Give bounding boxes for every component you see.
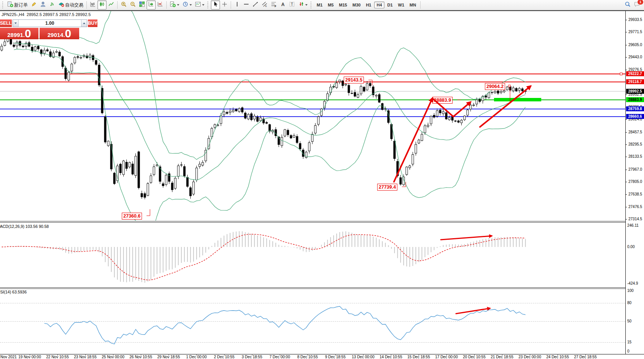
price-annotation[interactable]: 29143.5 [344,77,364,83]
macd-panel[interactable] [0,223,625,287]
periods-button[interactable] [181,0,193,10]
price-badge: 28759.8 [626,106,644,111]
buy-price-main: 29014 [48,31,64,39]
macd-label: MACD(12,26,9) 103.56 90.58 [0,224,49,229]
price-badge: 29222.7 [626,71,644,76]
volume-increase-button[interactable] [81,20,87,27]
auto-trading-button[interactable]: 自动交易 [57,0,85,10]
timeframe-m1[interactable]: M1 [314,2,325,8]
y-axis-tickmark [625,70,627,70]
rsi-level-line [0,342,625,343]
styler-icon [31,1,37,9]
buy-button[interactable]: BUY [88,19,97,27]
line-chart-icon [108,1,114,9]
x-axis-label: Nov 2021 [0,355,17,359]
rsi-axis-label: 15 [627,340,631,344]
y-axis-tickmark [625,144,627,145]
support-zone-bar[interactable] [494,98,541,101]
toolbar-drag-handle[interactable] [207,2,209,8]
level-line[interactable] [0,109,625,109]
indicators-icon [170,1,176,9]
auto-scroll-button[interactable] [147,0,156,10]
y-axis-tick: 28457.5 [628,130,642,134]
zoom-in-button[interactable] [119,0,128,10]
buy-price[interactable]: 29014.0 [40,28,79,39]
tile-windows-button[interactable] [137,0,147,10]
toolbar-drag-handle[interactable] [311,2,312,8]
timeframe-m5[interactable]: M5 [325,2,336,8]
y-axis-tick: 29443.0 [628,55,642,59]
templates-button[interactable] [193,0,206,10]
main-chart[interactable] [0,11,625,221]
y-axis-tick: 29933.5 [628,18,642,22]
volume-decrease-button[interactable] [13,20,19,27]
y-axis-tickmark [625,182,627,182]
y-axis-tickmark [625,95,627,95]
styler-button[interactable] [29,0,38,10]
timeframe-d1[interactable]: D1 [385,2,395,8]
signals-button[interactable] [48,0,57,10]
arrows-button[interactable] [296,0,309,10]
x-axis-label: 3 Dec 18:55 [242,355,262,359]
timeframe-h4[interactable]: H4 [374,2,384,8]
toolbar-separator [166,1,167,9]
tile-windows-icon [139,1,145,9]
horizontal-line-button[interactable] [242,0,251,10]
text-label-button[interactable]: T [287,0,296,10]
x-axis-label: 24 Dec 10:55 [546,355,569,359]
text-icon: A [280,1,286,9]
timeframe-mn[interactable]: MN [407,2,418,8]
y-axis-tickmark [625,57,627,58]
y-axis-tickmark [625,157,627,157]
sell-button[interactable]: SELL [0,19,12,27]
level-line[interactable] [0,82,625,82]
price-annotation[interactable]: 27360.6 [122,213,142,220]
rsi-axis-label: 50 [627,319,631,323]
buy-price-frac: 0 [65,28,72,39]
trendline-button[interactable] [251,0,260,10]
x-axis-label: 23 Nov 18:55 [74,355,97,359]
zoom-out-button[interactable] [128,0,137,10]
panel-separator[interactable] [0,287,625,289]
new-order-button[interactable]: 新订单 [6,0,29,10]
timeframe-w1[interactable]: W1 [396,2,407,8]
line-chart-button[interactable] [107,0,116,10]
price-annotation[interactable]: 27739.4 [377,184,397,191]
timeframe-h1[interactable]: H1 [363,2,373,8]
fibonacci-button[interactable]: F [269,0,278,10]
triangle-up-icon [83,22,85,24]
equidistant-channel-button[interactable]: E [260,0,269,10]
volume-input[interactable] [19,20,81,27]
vertical-line-button[interactable] [233,0,242,10]
indicators-button[interactable] [168,0,181,10]
profile-button[interactable] [38,0,48,10]
x-axis-label: 27 Dec 18:55 [574,355,597,359]
sell-price[interactable]: 28991.0 [0,28,38,39]
level-line[interactable] [0,74,625,74]
notifications-button[interactable]: 1 [632,0,642,10]
toolbar-drag-handle[interactable] [2,2,4,8]
text-button[interactable]: A [278,0,287,10]
panel-separator[interactable] [0,221,625,223]
price-annotation[interactable]: 29064.2 [485,83,505,90]
candlestick-chart-button[interactable] [97,0,107,10]
level-line[interactable] [0,116,625,117]
y-axis-tick: 27967.0 [628,167,642,171]
cursor-button[interactable] [211,0,220,10]
chart-shift-button[interactable] [156,0,165,10]
x-axis-label: 29 Nov 18:55 [157,355,180,359]
price-badge: 29118.7 [626,79,644,84]
x-axis-label: 1 Dec 00:00 [186,355,207,359]
zoom-in-icon [121,1,127,9]
timeframe-m15[interactable]: M15 [337,2,349,8]
y-axis-tickmark [625,170,627,170]
search-button[interactable] [623,0,632,10]
bar-chart-button[interactable] [88,0,97,10]
metatrader-window: 新订单 自动交易 E F A T [0,0,644,359]
x-axis-label: 17 Dec 00:00 [435,355,458,359]
crosshair-button[interactable] [220,0,229,10]
rsi-panel[interactable] [0,289,625,354]
price-annotation[interactable]: 28883.9 [432,97,453,104]
level-line[interactable] [0,91,625,91]
timeframe-m30[interactable]: M30 [350,2,363,8]
